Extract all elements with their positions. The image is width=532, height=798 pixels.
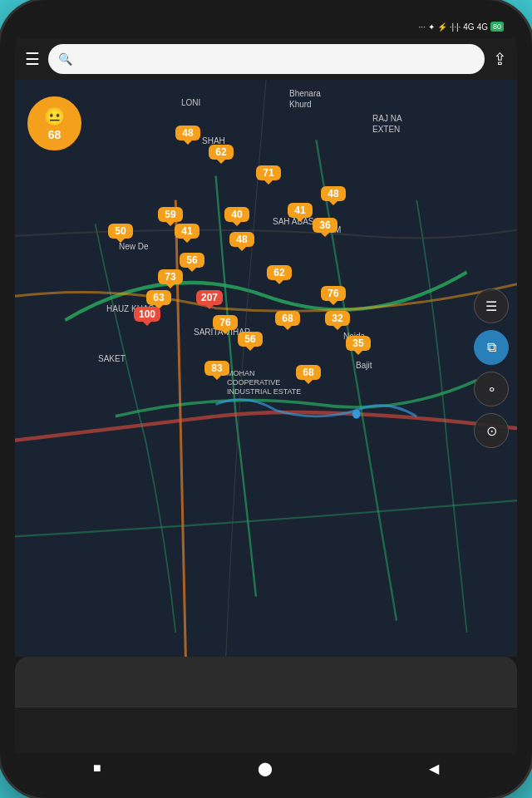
map-area[interactable]: 😐 68 LONI BhenaraKhurd RAJ NAEXTEN SHAH … <box>15 80 517 657</box>
aqi-bubble: 59 <box>158 207 183 222</box>
map-label-raj: RAJ NAEXTEN <box>372 113 402 135</box>
top-nav: ☰ 🔍 ⇪ <box>15 38 517 80</box>
aqi-bubble: 63 <box>146 290 171 305</box>
map-label-saket: SAKET <box>98 354 126 363</box>
map-label-mohan: MOHANCOOPERATIVEINDUSTRIAL ESTATE <box>227 369 301 396</box>
aqi-bubble-red: 207 <box>196 290 223 305</box>
aqi-bubble: 48 <box>229 232 254 247</box>
user-avatar: 😐 68 <box>27 96 81 150</box>
aqi-bubble: 32 <box>325 311 350 326</box>
aqi-bubble: 48 <box>175 126 200 140</box>
aqi-bubble: 56 <box>180 253 204 268</box>
aqi-bubble: 62 <box>209 145 234 160</box>
map-buttons: ☰ ⧉ ⚬ ⊙ <box>474 288 509 448</box>
map-label-bhenara: BhenaraKhurd <box>289 88 321 110</box>
aqi-bubble: 56 <box>238 332 263 347</box>
map-overlay-btn[interactable]: ⧉ <box>474 330 509 365</box>
aqi-bubble: 62 <box>267 265 292 280</box>
map-label-newde: New De <box>119 242 149 251</box>
svg-point-1 <box>352 409 361 419</box>
sys-back-btn[interactable]: ◀ <box>429 761 439 776</box>
bottom-nav <box>15 707 517 753</box>
aqi-bubble: 40 <box>224 207 249 222</box>
map-person-btn[interactable]: ⚬ <box>474 372 509 406</box>
map-layers-panel <box>15 657 517 707</box>
aqi-bubble: 73 <box>158 269 183 284</box>
sys-square-btn[interactable]: ■ <box>93 761 101 776</box>
aqi-bubble: 48 <box>321 186 346 201</box>
aqi-bubble: 68 <box>296 365 321 380</box>
search-icon: 🔍 <box>58 52 72 66</box>
map-label-loni: LONI <box>181 98 200 107</box>
status-icons: ··· ✦ ⚡ ·|·|· 4G 4G 80 <box>418 22 504 32</box>
phone-device: ··· ✦ ⚡ ·|·|· 4G 4G 80 ☰ 🔍 ⇪ <box>0 0 532 798</box>
status-bar: ··· ✦ ⚡ ·|·|· 4G 4G 80 <box>15 15 517 38</box>
phone-screen: ··· ✦ ⚡ ·|·|· 4G 4G 80 ☰ 🔍 ⇪ <box>15 15 517 783</box>
aqi-bubble: 83 <box>204 361 229 376</box>
aqi-bubble: 41 <box>175 224 200 239</box>
aqi-bubble: 36 <box>313 218 337 233</box>
map-layers-btn[interactable]: ☰ <box>474 288 509 323</box>
aqi-bubble-red: 100 <box>134 307 160 322</box>
share-icon[interactable]: ⇪ <box>493 49 507 69</box>
aqi-bubble: 41 <box>288 203 313 218</box>
aqi-bubble: 68 <box>275 311 300 326</box>
aqi-bubble: 35 <box>346 336 371 351</box>
map-location-btn[interactable]: ⊙ <box>474 413 509 448</box>
aqi-bubble: 50 <box>108 224 133 239</box>
search-bar[interactable]: 🔍 <box>48 44 485 74</box>
map-label-bajit: Bajit <box>356 361 372 370</box>
aqi-bubble: 71 <box>256 165 281 180</box>
system-nav: ■ ⬤ ◀ <box>15 753 517 783</box>
sys-home-btn[interactable]: ⬤ <box>258 761 273 776</box>
map-label-sahib: SAH ABAS <box>273 217 313 226</box>
aqi-bubble: 76 <box>321 286 346 301</box>
hamburger-menu[interactable]: ☰ <box>25 49 40 69</box>
aqi-bubble: 76 <box>213 315 238 330</box>
